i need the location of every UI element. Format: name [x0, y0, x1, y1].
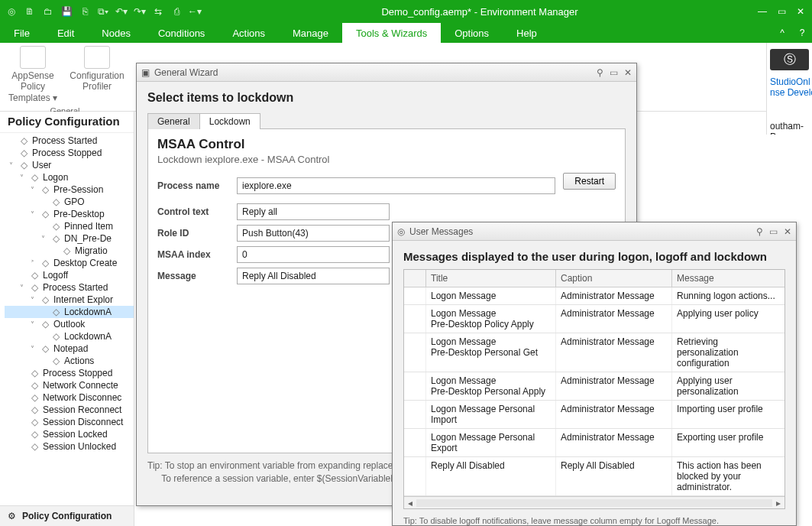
link-studio[interactable]: StudioOnl: [770, 76, 809, 87]
menu-options[interactable]: Options: [441, 23, 503, 43]
expand-icon[interactable]: ˅: [20, 284, 29, 292]
tree-item[interactable]: ◇Process Stopped: [5, 367, 134, 379]
tree-item[interactable]: ◇Actions: [5, 355, 134, 367]
input-process-name[interactable]: iexplore.exe: [237, 177, 555, 194]
minimize-button[interactable]: —: [758, 6, 767, 17]
tree-item[interactable]: ◇Pinned Item: [5, 220, 134, 232]
policy-tree[interactable]: ◇Process Started◇Process Stopped˅◇User˅◇…: [0, 133, 134, 505]
expand-icon[interactable]: ˅: [31, 210, 40, 219]
connect-icon[interactable]: ⇆: [151, 5, 165, 18]
tree-item[interactable]: ◇Network Disconnec: [5, 391, 134, 404]
back-icon[interactable]: ←▾: [188, 5, 202, 18]
close-icon[interactable]: ✕: [784, 226, 791, 237]
sidebar-footer[interactable]: ⚙ Policy Configuration: [0, 505, 134, 526]
node-icon: ◇: [40, 258, 50, 268]
undo-icon[interactable]: ↶▾: [115, 5, 128, 18]
tree-item[interactable]: ˅◇Logon: [5, 171, 134, 183]
input-msaa-index[interactable]: 0: [237, 246, 390, 263]
expand-icon[interactable]: ˃: [31, 259, 40, 268]
menu-manage[interactable]: Manage: [279, 23, 342, 43]
table-row[interactable]: Logon Message Personal ExportAdministrat…: [404, 429, 785, 457]
col-message[interactable]: Message: [671, 270, 785, 287]
saveas-icon[interactable]: ⎘: [78, 5, 92, 18]
table-row[interactable]: Logon Message Pre-Desktop Policy ApplyAd…: [404, 305, 785, 333]
print-icon[interactable]: ⎙: [170, 5, 183, 18]
tree-item[interactable]: ˅◇Notepad: [5, 343, 134, 355]
node-icon: ◇: [18, 135, 29, 146]
menu-conditions[interactable]: Conditions: [144, 23, 218, 43]
help-icon[interactable]: ?: [792, 23, 812, 43]
tree-item[interactable]: ◇LockdownA: [5, 330, 134, 343]
new-icon[interactable]: 🗎: [23, 5, 37, 18]
tree-item[interactable]: ˅◇Pre-Desktop: [5, 208, 134, 220]
tab-lockdown[interactable]: Lockdown: [199, 113, 260, 129]
link-develop[interactable]: nse Develop: [770, 87, 809, 98]
tree-item[interactable]: ◇Session Unlocked: [5, 440, 134, 453]
menu-file[interactable]: File: [0, 23, 44, 43]
restore-icon[interactable]: ▭: [610, 67, 618, 78]
restart-button[interactable]: Restart: [563, 173, 616, 190]
wizard-titlebar[interactable]: ▣ General Wizard ⚲ ▭ ✕: [137, 63, 636, 82]
tree-item[interactable]: ◇LockdownA: [5, 306, 134, 318]
menu-tools-wizards[interactable]: Tools & Wizards: [342, 23, 441, 43]
tree-item[interactable]: ◇Process Stopped: [5, 147, 134, 159]
tree-item[interactable]: ◇Session Disconnect: [5, 416, 134, 428]
tree-item[interactable]: ˃◇Desktop Create: [5, 257, 134, 269]
expand-icon[interactable]: ˅: [31, 296, 40, 304]
tree-item[interactable]: ◇Process Started: [5, 135, 134, 147]
tree-item[interactable]: ◇Logoff: [5, 269, 134, 281]
tree-item[interactable]: ◇Network Connecte: [5, 379, 134, 391]
tree-item[interactable]: ˅◇Internet Explor: [5, 294, 134, 306]
input-control-text[interactable]: Reply all: [237, 203, 390, 220]
maximize-button[interactable]: ▭: [778, 6, 786, 17]
tree-item[interactable]: ◇Session Reconnect: [5, 404, 134, 416]
input-role-id[interactable]: Push Button(43): [237, 225, 390, 242]
table-row[interactable]: Reply All DisabledReply All DisabledThis…: [404, 457, 785, 496]
col-title[interactable]: Title: [425, 270, 555, 287]
tree-label: Notepad: [53, 343, 88, 354]
menu-help[interactable]: Help: [503, 23, 551, 43]
tree-item[interactable]: ˅◇Pre-Session: [5, 183, 134, 196]
pin-icon[interactable]: ⚲: [756, 226, 763, 237]
tree-item[interactable]: ◇Migratio: [5, 245, 134, 257]
expand-icon[interactable]: ˅: [20, 174, 29, 182]
tree-item[interactable]: ˅◇DN_Pre-De: [5, 232, 134, 245]
tree-item[interactable]: ◇Session Locked: [5, 428, 134, 440]
tree-item[interactable]: ˅◇Process Started: [5, 281, 134, 294]
table-row[interactable]: Logon Message Personal ImportAdministrat…: [404, 401, 785, 429]
pin-icon[interactable]: ⚲: [597, 67, 603, 78]
expand-icon[interactable]: ˅: [31, 320, 40, 329]
col-caption[interactable]: Caption: [555, 270, 671, 287]
expand-icon[interactable]: ˅: [31, 186, 40, 194]
user-messages-titlebar[interactable]: ◎ User Messages ⚲ ▭ ✕: [393, 222, 796, 241]
ribbon-policy-templates-button[interactable]: AppSense Policy Templates ▾: [6, 46, 60, 103]
close-icon[interactable]: ✕: [624, 67, 632, 78]
open-icon[interactable]: 🗀: [41, 5, 55, 18]
expand-icon[interactable]: ˅: [9, 161, 18, 170]
saveall-icon[interactable]: ⧉▾: [96, 5, 110, 18]
restore-icon[interactable]: ▭: [769, 226, 778, 237]
close-button[interactable]: ✕: [797, 6, 804, 17]
tree-label: Process Started: [32, 135, 97, 146]
menu-nodes[interactable]: Nodes: [88, 23, 144, 43]
qat-icon[interactable]: ◎: [5, 5, 18, 18]
table-row[interactable]: Logon Message Pre-Desktop Personal GetAd…: [404, 333, 785, 372]
table-row[interactable]: Logon MessageAdministrator MessageRunnin…: [404, 287, 785, 305]
menu-actions[interactable]: Actions: [218, 23, 279, 43]
table-row[interactable]: Logon Message Pre-Desktop Personal Apply…: [404, 372, 785, 401]
menu-edit[interactable]: Edit: [44, 23, 88, 43]
collapse-ribbon-icon[interactable]: ^: [772, 23, 792, 43]
tab-general[interactable]: General: [147, 113, 200, 129]
expand-icon[interactable]: ˅: [41, 235, 50, 243]
ribbon-config-profiler-button[interactable]: Configuration Profiler: [70, 46, 124, 93]
table-header: Title Caption Message: [404, 270, 785, 287]
tree-item[interactable]: ˅◇User: [5, 159, 134, 171]
redo-icon[interactable]: ↷▾: [133, 5, 147, 18]
save-icon[interactable]: 💾: [60, 5, 73, 18]
input-message[interactable]: Reply All Disabled: [237, 268, 390, 284]
horizontal-scrollbar[interactable]: ◂▸: [404, 496, 785, 508]
tree-item[interactable]: ˅◇Outlook: [5, 318, 134, 330]
expand-icon[interactable]: ˅: [31, 345, 40, 353]
tree-item[interactable]: ◇GPO: [5, 196, 134, 208]
titlebar: ◎ 🗎 🗀 💾 ⎘ ⧉▾ ↶▾ ↷▾ ⇆ ⎙ ←▾ Demo_config.ae…: [0, 0, 812, 23]
